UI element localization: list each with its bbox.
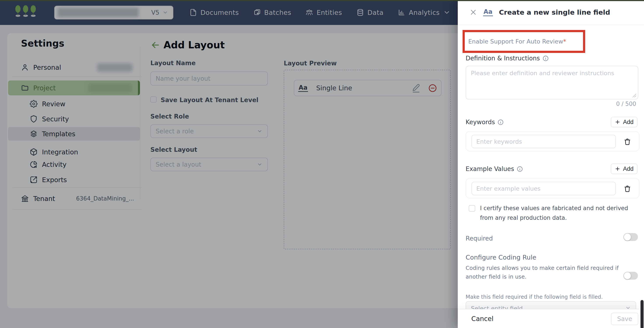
keyword-row-group bbox=[466, 131, 640, 151]
certify-checkbox[interactable] bbox=[469, 205, 475, 212]
plus-icon bbox=[615, 119, 620, 125]
trash-icon[interactable] bbox=[624, 138, 631, 146]
add-example-button[interactable]: Add bbox=[611, 164, 638, 174]
required-asterisk: * bbox=[563, 38, 566, 45]
examples-label-row: Example Values bbox=[466, 165, 523, 172]
coding-rule-title: Configure Coding Rule bbox=[466, 254, 536, 261]
example-value-input[interactable] bbox=[472, 182, 616, 195]
drawer-scrollbar-thumb[interactable] bbox=[640, 300, 644, 328]
definition-label-row: Definition & Instructions bbox=[466, 55, 549, 62]
required-toggle[interactable] bbox=[624, 233, 638, 241]
required-label: Required bbox=[466, 235, 493, 242]
examples-label: Example Values bbox=[466, 165, 514, 172]
add-button-label: Add bbox=[623, 166, 634, 172]
add-keyword-button[interactable]: Add bbox=[611, 117, 638, 127]
trash-icon[interactable] bbox=[624, 185, 631, 193]
certify-label: I certify these values are fabricated an… bbox=[480, 203, 643, 222]
modal-dim-overlay bbox=[0, 0, 458, 328]
info-icon[interactable] bbox=[498, 119, 504, 125]
definition-textarea[interactable] bbox=[466, 66, 638, 100]
char-counter: 0 / 500 bbox=[616, 100, 636, 107]
plus-icon bbox=[615, 166, 620, 172]
coding-rule-toggle[interactable] bbox=[624, 272, 638, 280]
auto-review-label[interactable]: Enable Support For Auto Review* bbox=[468, 38, 566, 45]
drawer-title: Create a new single line field bbox=[499, 8, 610, 16]
info-icon[interactable] bbox=[542, 55, 549, 62]
auto-review-highlight-annotation: Enable Support For Auto Review* bbox=[462, 30, 585, 53]
definition-label: Definition & Instructions bbox=[466, 55, 540, 62]
coding-rule-field-label: Make this field required if the followin… bbox=[466, 294, 603, 300]
app-screen: V5 Documents Batches Entities Data bbox=[0, 0, 644, 328]
drawer-footer: Cancel Save bbox=[458, 309, 644, 328]
cancel-button[interactable]: Cancel bbox=[471, 315, 494, 322]
create-field-drawer: Aa Create a new single line field Enable… bbox=[458, 0, 644, 328]
single-line-type-icon: Aa bbox=[483, 8, 493, 16]
coding-rule-description: Coding rules allows you to make certain … bbox=[466, 264, 633, 281]
info-icon[interactable] bbox=[517, 166, 523, 172]
save-button[interactable]: Save bbox=[611, 313, 638, 325]
close-icon[interactable] bbox=[469, 8, 478, 16]
drawer-header: Aa Create a new single line field bbox=[458, 0, 644, 25]
keyword-input[interactable] bbox=[472, 135, 616, 148]
add-button-label: Add bbox=[623, 119, 634, 126]
top-edge-strip bbox=[0, 0, 644, 1]
example-row-group bbox=[466, 178, 640, 198]
keywords-label: Keywords bbox=[466, 118, 495, 126]
keywords-label-row: Keywords bbox=[466, 118, 504, 126]
